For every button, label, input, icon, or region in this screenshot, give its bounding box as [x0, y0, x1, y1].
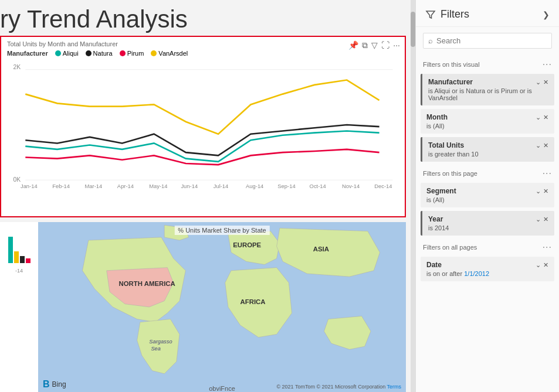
filter-card-date: Date ⌄ ✕ is on or after 1/1/2012: [421, 257, 554, 281]
scrollbar[interactable]: [411, 0, 415, 392]
chart-container: 📌 ⧉ ▽ ⛶ ··· Total Units by Month and Man…: [0, 36, 406, 217]
filter-date-clear[interactable]: ✕: [543, 261, 548, 269]
mini-bar-aliqui: [8, 237, 13, 263]
legend-label: Manufacturer: [7, 50, 48, 57]
map-row: -14 % Units Market Share by State: [0, 222, 406, 392]
filter-manufacturer-value: is Aliqui or is Natura or is Pirum or is…: [428, 87, 548, 101]
aliqui-label: Aliqui: [63, 50, 79, 57]
mini-chart-label: -14: [15, 268, 23, 274]
filters-close-chevron[interactable]: ❯: [543, 10, 550, 19]
filter-date-chevron[interactable]: ⌄: [536, 261, 541, 269]
visual-filters-more[interactable]: ···: [543, 59, 552, 70]
filter-segment-controls: ⌄ ✕: [536, 188, 548, 195]
bing-label: Bing: [52, 380, 66, 388]
allpages-filters-label: Filters on all pages: [423, 244, 477, 251]
svg-text:Mar-14: Mar-14: [85, 183, 103, 189]
allpages-filters-header: Filters on all pages ···: [416, 237, 559, 255]
filters-funnel-icon: [425, 9, 436, 20]
scrollbar-thumb[interactable]: [411, 12, 415, 47]
svg-text:EUROPE: EUROPE: [233, 242, 261, 249]
filter-totalunits-clear[interactable]: ✕: [543, 142, 548, 149]
map-title: % Units Market Share by State: [174, 226, 269, 235]
expand-icon[interactable]: ⛶: [381, 40, 389, 50]
svg-text:May-14: May-14: [149, 183, 167, 189]
filters-title-text: Filters: [441, 8, 469, 21]
svg-text:Sep-14: Sep-14: [277, 183, 295, 189]
filter-date-controls: ⌄ ✕: [536, 261, 548, 269]
filter-card-month-header: Month ⌄ ✕: [426, 113, 548, 121]
svg-text:Sargasso: Sargasso: [149, 339, 172, 345]
copyright-text: © 2021 TomTom © 2021 Microsoft Corporati…: [276, 384, 385, 390]
filter-year-value: is 2014: [428, 224, 548, 231]
svg-text:Aug-14: Aug-14: [246, 183, 263, 189]
line-chart-svg: 2K 0K Jan-14 Feb-14 Mar-14 Apr-14 May-: [7, 60, 399, 189]
svg-text:Nov-14: Nov-14: [342, 183, 360, 189]
filter-card-manufacturer-header: Manufacturer ⌄ ✕: [428, 78, 548, 86]
filter-segment-value: is (All): [426, 196, 548, 203]
filter-segment-name: Segment: [426, 187, 456, 195]
filter-year-chevron[interactable]: ⌄: [536, 216, 541, 223]
svg-text:Oct-14: Oct-14: [310, 183, 326, 189]
filter-segment-chevron[interactable]: ⌄: [536, 188, 541, 195]
filter-card-manufacturer: Manufacturer ⌄ ✕ is Aliqui or is Natura …: [421, 74, 554, 105]
pirum-dot: [120, 50, 126, 56]
chart-area: 2K 0K Jan-14 Feb-14 Mar-14 Apr-14 May-: [7, 60, 399, 189]
filter-month-chevron[interactable]: ⌄: [536, 114, 541, 121]
pin-icon[interactable]: 📌: [348, 40, 358, 50]
filter-icon[interactable]: ▽: [371, 40, 378, 50]
svg-text:Jul-14: Jul-14: [214, 183, 229, 189]
more-icon[interactable]: ···: [393, 40, 400, 50]
filter-segment-clear[interactable]: ✕: [543, 188, 548, 195]
filter-totalunits-chevron[interactable]: ⌄: [536, 142, 541, 149]
svg-text:Feb-14: Feb-14: [52, 183, 70, 189]
filter-totalunits-value: is greater than 10: [428, 151, 548, 158]
filter-date-name: Date: [426, 261, 442, 269]
filter-month-clear[interactable]: ✕: [543, 114, 548, 121]
filter-date-link[interactable]: 1/1/2012: [464, 270, 489, 277]
bottom-label: obviFnce: [209, 385, 235, 392]
filters-title: Filters: [425, 8, 469, 21]
svg-text:0K: 0K: [13, 177, 21, 183]
map-copyright: © 2021 TomTom © 2021 Microsoft Corporati…: [276, 384, 401, 390]
bing-icon: B: [43, 379, 50, 390]
mini-bar-chart: [8, 228, 31, 263]
filter-manufacturer-name: Manufacturer: [428, 78, 473, 86]
filter-manufacturer-clear[interactable]: ✕: [543, 79, 548, 86]
vanarsdel-label: VanArsdel: [158, 50, 188, 57]
filter-totalunits-name: Total Units: [428, 141, 464, 149]
svg-text:Apr-14: Apr-14: [117, 183, 134, 189]
allpages-filters-more[interactable]: ···: [543, 242, 552, 253]
filter-month-value: is (All): [426, 122, 548, 129]
search-icon: ⌕: [428, 36, 433, 45]
svg-text:AFRICA: AFRICA: [240, 298, 266, 305]
legend-aliqui: Aliqui: [55, 50, 79, 57]
visual-filters-label: Filters on this visual: [423, 61, 480, 68]
filter-card-totalunits-header: Total Units ⌄ ✕: [428, 141, 548, 149]
search-input[interactable]: [436, 36, 547, 45]
page-filters-more[interactable]: ···: [543, 168, 552, 179]
filter-card-segment: Segment ⌄ ✕ is (All): [421, 183, 554, 207]
pirum-label: Pirum: [127, 50, 144, 57]
svg-text:NORTH AMERICA: NORTH AMERICA: [119, 280, 175, 287]
filter-card-date-header: Date ⌄ ✕: [426, 261, 548, 269]
svg-text:ASIA: ASIA: [313, 246, 329, 253]
mini-bar-pirum: [26, 258, 31, 263]
filters-panel: Filters ❯ ⌕ Filters on this visual ··· M…: [415, 0, 559, 392]
filter-card-segment-header: Segment ⌄ ✕: [426, 187, 548, 195]
filter-card-month: Month ⌄ ✕ is (All): [421, 109, 554, 134]
copy-icon[interactable]: ⧉: [362, 40, 368, 50]
filter-year-clear[interactable]: ✕: [543, 216, 548, 223]
mini-bar-vanarsdel: [14, 251, 19, 263]
svg-text:Dec-14: Dec-14: [374, 183, 392, 189]
filter-month-controls: ⌄ ✕: [536, 114, 548, 121]
filter-manufacturer-chevron[interactable]: ⌄: [536, 79, 541, 86]
filter-month-name: Month: [426, 113, 448, 121]
svg-text:Jan-14: Jan-14: [21, 183, 38, 189]
natura-label: Natura: [93, 50, 113, 57]
aliqui-dot: [55, 50, 61, 56]
vanarsdel-dot: [151, 50, 157, 56]
search-box[interactable]: ⌕: [423, 33, 552, 49]
chart-title: Total Units by Month and Manufacturer: [7, 40, 399, 47]
terms-link[interactable]: Terms: [387, 384, 402, 390]
filter-totalunits-controls: ⌄ ✕: [536, 142, 548, 149]
